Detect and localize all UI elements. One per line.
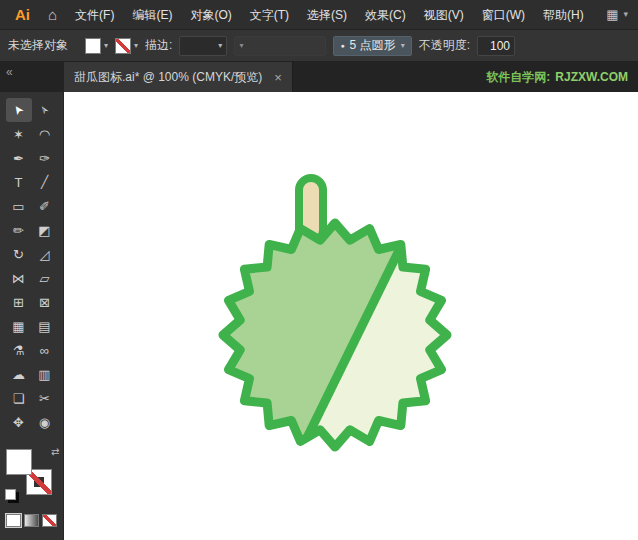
fill-indicator[interactable]	[6, 449, 32, 475]
eyedropper-icon: ⚗	[13, 343, 25, 358]
tabbar-spacer	[293, 62, 487, 92]
default-fill-stroke-icon[interactable]	[5, 489, 16, 500]
type-icon: T	[15, 175, 23, 190]
symbol-sprayer-icon: ☁	[12, 367, 25, 382]
blend-icon: ∞	[40, 343, 49, 358]
fill-swatch[interactable]	[85, 38, 101, 54]
symbol-sprayer-tool[interactable]: ☁	[6, 362, 32, 386]
tools-grid: ➤➢✶◠✒✑T╱▭✐✏◩↻◿⋈▱⊞⊠▦▤⚗∞☁▥❏✂✥◉	[6, 98, 58, 434]
collapse-panels-icon[interactable]: «	[0, 62, 64, 92]
artboard-tool[interactable]: ❏	[6, 386, 32, 410]
brush-name: 5 点圆形	[350, 37, 396, 54]
workspace-body: ➤➢✶◠✒✑T╱▭✐✏◩↻◿⋈▱⊞⊠▦▤⚗∞☁▥❏✂✥◉ ⇄	[0, 92, 638, 540]
scale-icon: ◿	[40, 247, 50, 262]
menubar-right: ▦ ▾	[606, 7, 632, 22]
magic-wand-tool[interactable]: ✶	[6, 122, 32, 146]
type-tool[interactable]: T	[6, 170, 32, 194]
close-icon[interactable]: ×	[274, 70, 282, 85]
menu-item[interactable]: 效果(C)	[356, 0, 415, 30]
pen-tool[interactable]: ✒	[6, 146, 32, 170]
menu-item[interactable]: 文字(T)	[241, 0, 298, 30]
stroke-none-swatch[interactable]	[115, 38, 131, 54]
pencil-icon: ✏	[13, 223, 24, 238]
scale-tool[interactable]: ◿	[32, 242, 58, 266]
eyedropper-tool[interactable]: ⚗	[6, 338, 32, 362]
home-icon[interactable]: ⌂	[39, 6, 66, 23]
illustrator-window: Ai ⌂ 文件(F)编辑(E)对象(O)文字(T)选择(S)效果(C)视图(V)…	[0, 0, 638, 540]
width-icon: ⋈	[12, 271, 25, 286]
rotate-tool[interactable]: ↻	[6, 242, 32, 266]
width-tool[interactable]: ⋈	[6, 266, 32, 290]
chevron-down-icon: ▾	[239, 42, 243, 50]
chevron-down-icon: ▾	[218, 42, 222, 50]
watermark: 软件自学网: RJZXW.COM	[486, 62, 638, 92]
column-graph-tool[interactable]: ▥	[32, 362, 58, 386]
credit-site: 软件自学网:	[486, 69, 550, 86]
selection-tool[interactable]: ➤	[6, 98, 32, 122]
zoom-tool[interactable]: ◉	[32, 410, 58, 434]
none-button[interactable]	[42, 514, 57, 527]
paintbrush-tool[interactable]: ✐	[32, 194, 58, 218]
opacity-value: 100	[490, 39, 510, 53]
menu-item[interactable]: 视图(V)	[415, 0, 473, 30]
stroke-profile-dropdown[interactable]: ▾	[234, 36, 326, 56]
opacity-label: 不透明度:	[419, 37, 470, 54]
curvature-tool[interactable]: ✑	[32, 146, 58, 170]
zoom-icon: ◉	[39, 415, 50, 430]
gradient-tool[interactable]: ▤	[32, 314, 58, 338]
shape-builder-tool[interactable]: ⊞	[6, 290, 32, 314]
rectangle-tool[interactable]: ▭	[6, 194, 32, 218]
app-logo[interactable]: Ai	[6, 6, 39, 23]
workspace-switcher-icon[interactable]: ▦	[606, 7, 618, 22]
lasso-icon: ◠	[39, 127, 50, 142]
artboard-canvas[interactable]	[64, 92, 638, 540]
slice-icon: ✂	[39, 391, 50, 406]
fill-stroke-indicator: ⇄	[4, 446, 60, 502]
shape-builder-icon: ⊞	[13, 295, 24, 310]
pen-icon: ✒	[13, 151, 24, 166]
hand-icon: ✥	[13, 415, 24, 430]
gradient-icon: ▤	[38, 319, 50, 334]
blend-tool[interactable]: ∞	[32, 338, 58, 362]
menu-items: 文件(F)编辑(E)对象(O)文字(T)选择(S)效果(C)视图(V)窗口(W)…	[66, 0, 593, 30]
swap-fill-stroke-icon[interactable]: ⇄	[51, 446, 59, 457]
document-tab[interactable]: 甜瓜图标.ai* @ 100% (CMYK/预览) ×	[64, 62, 293, 92]
selection-icon: ➤	[10, 102, 27, 118]
chevron-down-icon[interactable]: ▾	[623, 10, 628, 19]
perspective-grid-icon: ⊠	[39, 295, 50, 310]
credit-url: RJZXW.COM	[555, 70, 628, 84]
slice-tool[interactable]: ✂	[32, 386, 58, 410]
rotate-icon: ↻	[13, 247, 24, 262]
free-transform-tool[interactable]: ▱	[32, 266, 58, 290]
eraser-icon: ◩	[38, 223, 50, 238]
pencil-tool[interactable]: ✏	[6, 218, 32, 242]
paintbrush-icon: ✐	[39, 199, 50, 214]
gradient-button[interactable]	[24, 514, 39, 527]
opacity-input[interactable]: 100	[477, 36, 515, 56]
brush-preview-icon: ●	[340, 42, 344, 49]
column-graph-icon: ▥	[38, 367, 50, 382]
brush-dropdown[interactable]: ● 5 点圆形 ▾	[333, 36, 411, 56]
mesh-tool[interactable]: ▦	[6, 314, 32, 338]
menu-item[interactable]: 窗口(W)	[473, 0, 534, 30]
menu-item[interactable]: 文件(F)	[66, 0, 123, 30]
stroke-weight-dropdown[interactable]: ▾	[179, 36, 227, 56]
direct-selection-tool[interactable]: ➢	[32, 98, 58, 122]
menu-item[interactable]: 编辑(E)	[123, 0, 181, 30]
menu-item[interactable]: 对象(O)	[181, 0, 240, 30]
menu-item[interactable]: 选择(S)	[298, 0, 356, 30]
paint-mode-row	[6, 514, 57, 527]
hand-tool[interactable]: ✥	[6, 410, 32, 434]
eraser-tool[interactable]: ◩	[32, 218, 58, 242]
fill-color-picker[interactable]: ▾	[85, 38, 108, 54]
menu-item[interactable]: 帮助(H)	[534, 0, 593, 30]
color-button[interactable]	[6, 514, 21, 527]
perspective-grid-tool[interactable]: ⊠	[32, 290, 58, 314]
lasso-tool[interactable]: ◠	[32, 122, 58, 146]
chevron-down-icon[interactable]: ▾	[134, 42, 138, 50]
direct-selection-icon: ➢	[36, 102, 53, 118]
stroke-color-picker[interactable]: ▾	[115, 38, 138, 54]
melon-artwork[interactable]	[64, 92, 638, 540]
line-segment-tool[interactable]: ╱	[32, 170, 58, 194]
chevron-down-icon[interactable]: ▾	[104, 42, 108, 50]
